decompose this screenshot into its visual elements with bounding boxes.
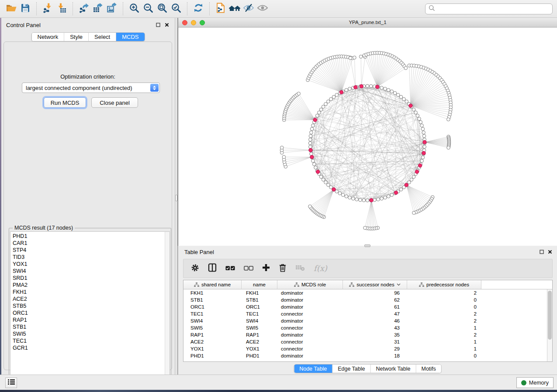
refresh-view-button[interactable] <box>191 2 205 16</box>
table-row[interactable]: SWI4SWI4dominator462 <box>183 317 552 324</box>
open-session-button[interactable] <box>4 2 18 16</box>
mcds-result-item[interactable]: RAP1 <box>10 316 170 323</box>
float-table-panel-icon[interactable] <box>539 249 544 254</box>
ring-node[interactable] <box>377 198 380 201</box>
mcds-result-item[interactable]: STB1 <box>10 323 170 330</box>
leaf-node[interactable] <box>282 155 286 159</box>
ring-node[interactable] <box>345 88 348 92</box>
ring-node[interactable] <box>396 93 400 97</box>
ring-node[interactable] <box>416 114 419 117</box>
hub-node[interactable] <box>422 151 426 155</box>
hub-node[interactable] <box>409 104 412 107</box>
splitter-grip[interactable] <box>175 195 177 201</box>
ring-node[interactable] <box>366 199 369 202</box>
ring-node[interactable] <box>308 141 312 145</box>
ring-node[interactable] <box>314 166 318 169</box>
hub-node[interactable] <box>423 141 426 144</box>
table-row[interactable]: YOX1YOX1connector291 <box>183 345 552 352</box>
ring-node[interactable] <box>327 100 330 103</box>
hub-node[interactable] <box>313 118 317 122</box>
table-scrollbar[interactable] <box>547 289 552 361</box>
table-row[interactable]: ORC1ORC1dominator610 <box>183 303 552 310</box>
table-row[interactable]: TEC1TEC1connector472 <box>183 310 552 317</box>
mcds-result-item[interactable]: SRD1 <box>10 275 170 282</box>
close-window-icon[interactable] <box>182 20 187 25</box>
ring-node[interactable] <box>309 134 312 138</box>
ring-node[interactable] <box>393 91 397 95</box>
ring-node[interactable] <box>410 178 413 182</box>
ring-node[interactable] <box>327 183 330 187</box>
memory-button[interactable]: Memory <box>516 377 554 388</box>
ring-node[interactable] <box>421 156 425 159</box>
mcds-result-item[interactable]: GCR1 <box>10 344 170 351</box>
column-header-name[interactable]: name <box>242 280 277 289</box>
ring-node[interactable] <box>380 86 384 89</box>
leaf-node[interactable] <box>297 92 301 96</box>
table-row[interactable]: SWI5SWI5connector431 <box>183 324 552 331</box>
show-all-button[interactable] <box>256 2 270 16</box>
hub-node[interactable] <box>332 188 336 191</box>
ring-node[interactable] <box>405 100 408 103</box>
delete-column-button[interactable] <box>279 263 287 274</box>
ring-node[interactable] <box>324 103 328 106</box>
tab-network-table[interactable]: Network Table <box>370 364 416 373</box>
leaf-node[interactable] <box>447 146 450 150</box>
hub-node[interactable] <box>354 86 357 89</box>
mcds-result-item[interactable]: TEC1 <box>10 337 170 344</box>
deselect-all-button[interactable] <box>244 265 253 272</box>
tab-edge-table[interactable]: Edge Table <box>332 364 370 373</box>
ring-node[interactable] <box>421 127 425 131</box>
mcds-result-item[interactable]: STP4 <box>10 247 170 254</box>
mcds-result-item[interactable]: TID3 <box>10 254 170 261</box>
hub-node[interactable] <box>309 148 312 152</box>
leaf-node[interactable] <box>363 226 367 230</box>
run-mcds-button[interactable]: Run MCDS <box>44 97 86 108</box>
column-header-predecessor-nodes[interactable]: predecessor nodes <box>407 280 481 289</box>
tab-network[interactable]: Network <box>31 33 64 41</box>
mcds-result-item[interactable]: CAR1 <box>10 240 170 247</box>
vertical-splitter[interactable] <box>175 18 178 375</box>
mcds-result-list[interactable]: PHD1CAR1STP4TID3YOX1SWI4SRD1PMA2FKH1ACE2… <box>10 231 170 389</box>
hub-node[interactable] <box>310 155 314 159</box>
import-network-button[interactable] <box>41 2 55 16</box>
hub-node[interactable] <box>316 170 319 173</box>
minimize-window-icon[interactable] <box>191 20 196 25</box>
ring-node[interactable] <box>402 97 406 101</box>
leaf-node[interactable] <box>447 118 450 121</box>
mcds-result-item[interactable]: PMA2 <box>10 282 170 289</box>
column-header-successor-nodes[interactable]: successor nodes <box>343 280 407 289</box>
close-panel-button[interactable]: Close panel <box>91 97 138 108</box>
close-table-panel-icon[interactable] <box>547 249 553 254</box>
task-history-button[interactable] <box>5 378 17 388</box>
hub-node[interactable] <box>370 199 373 202</box>
leaf-node[interactable] <box>404 66 408 70</box>
tab-mcds[interactable]: MCDS <box>116 33 144 41</box>
ring-node[interactable] <box>335 93 339 97</box>
ring-node[interactable] <box>355 198 359 201</box>
ring-node[interactable] <box>312 162 316 166</box>
ring-node[interactable] <box>387 88 390 92</box>
column-header-shared-name[interactable]: shared name <box>183 280 242 289</box>
ring-node[interactable] <box>362 199 366 202</box>
ring-node[interactable] <box>387 195 390 198</box>
ring-node[interactable] <box>310 127 314 131</box>
ring-node[interactable] <box>311 159 315 163</box>
ring-node[interactable] <box>329 97 333 101</box>
mcds-result-item[interactable]: FKH1 <box>10 289 170 296</box>
ring-node[interactable] <box>341 193 345 197</box>
ring-node[interactable] <box>408 181 411 184</box>
ring-node[interactable] <box>412 175 415 179</box>
ring-node[interactable] <box>420 124 424 127</box>
column-header-MCDS-role[interactable]: MCDS role <box>277 280 343 289</box>
ring-node[interactable] <box>359 198 362 202</box>
ring-node[interactable] <box>419 120 422 124</box>
mcds-result-item[interactable]: ACE2 <box>10 296 170 303</box>
leaf-node[interactable] <box>280 146 284 149</box>
close-panel-icon[interactable] <box>164 22 170 28</box>
ring-node[interactable] <box>390 90 394 93</box>
hub-node[interactable] <box>394 191 398 194</box>
table-row[interactable]: RAP1RAP1dominator352 <box>183 331 552 338</box>
ring-node[interactable] <box>322 178 325 182</box>
ring-node[interactable] <box>324 181 328 184</box>
ring-node[interactable] <box>390 193 394 197</box>
